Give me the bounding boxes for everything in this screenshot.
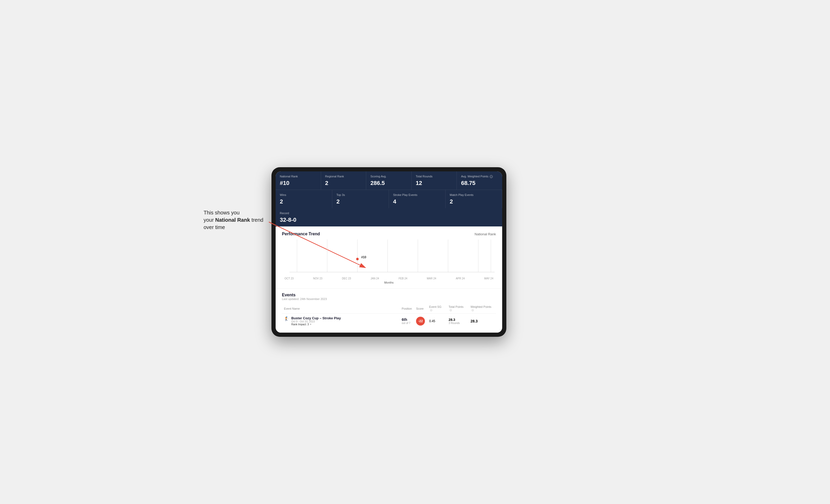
stat-record: Record 32-8-0 xyxy=(276,208,332,227)
x-label-may24: MAY 24 xyxy=(484,277,493,280)
x-label-oct23: OCT 23 xyxy=(285,277,294,280)
stat-record-value: 32-8-0 xyxy=(280,216,328,223)
event-icon: 🏌 xyxy=(284,316,289,321)
chart-header: Performance Trend National Rank xyxy=(282,232,496,236)
stat-scoring-avg-label: Scoring Avg. xyxy=(371,174,407,178)
stat-stroke-play-value: 4 xyxy=(393,198,441,205)
stat-top3s-label: Top 3s xyxy=(337,193,384,197)
event-score-cell: -22 xyxy=(414,313,427,329)
table-row: 🏌 Buster Cozy Cup – Stroke Play Oct 9 - … xyxy=(282,313,496,329)
event-position-sub: out of 7 xyxy=(402,322,412,325)
stat-scoring-avg: Scoring Avg. 286.5 xyxy=(366,171,412,190)
weighted-points-info-icon[interactable]: ⓘ xyxy=(471,309,474,312)
stat-avg-weighted-label: Avg. Weighted Points ⓘ xyxy=(461,174,498,178)
stat-match-play-label: Match Play Events xyxy=(450,193,498,197)
stat-avg-weighted-value: 68.75 xyxy=(461,180,498,187)
col-total-points: Total Points ⓘ xyxy=(447,304,469,313)
chart-subtitle: National Rank xyxy=(475,232,496,236)
x-label-dec23: DEC 23 xyxy=(342,277,351,280)
stat-record-label: Record xyxy=(280,211,328,215)
stat-total-rounds-label: Total Rounds xyxy=(416,174,453,178)
chart-x-labels: OCT 23 NOV 23 DEC 23 JAN 24 FEB 24 MAR 2… xyxy=(282,277,496,280)
events-section: Events Last updated: 24th November 2023 … xyxy=(276,288,502,333)
chart-x-axis-title: Months xyxy=(282,281,496,284)
event-position-cell: 6th out of 7 xyxy=(400,313,414,329)
stat-top3s-value: 2 xyxy=(337,198,384,205)
annotation-text: This shows you your National Rank trend … xyxy=(203,209,264,231)
chart-title: Performance Trend xyxy=(282,232,320,236)
stats-row-2: Wins 2 Top 3s 2 Stroke Play Events 4 Mat… xyxy=(276,190,502,227)
col-score: Score xyxy=(414,304,427,313)
chart-datapoint xyxy=(356,258,359,260)
stat-avg-weighted: Avg. Weighted Points ⓘ 68.75 xyxy=(457,171,502,190)
x-label-apr24: APR 24 xyxy=(456,277,465,280)
col-event-name: Event Name xyxy=(282,304,400,313)
x-label-jan24: JAN 24 xyxy=(371,277,379,280)
chart-datapoint-label: #10 xyxy=(361,256,366,259)
tablet-screen: National Rank #10 Regional Rank 2 Scorin… xyxy=(276,171,502,333)
col-event-sg: Event SG ⓘ xyxy=(427,304,447,313)
stats-row-1: National Rank #10 Regional Rank 2 Scorin… xyxy=(276,171,502,190)
stat-wins-label: Wins xyxy=(280,193,328,197)
stat-match-play: Match Play Events 2 xyxy=(446,190,502,208)
stat-regional-rank-label: Regional Rank xyxy=(325,174,362,178)
event-weighted-points-cell: 28.3 xyxy=(469,313,496,329)
chevron-down-icon: ▼ xyxy=(310,323,312,326)
event-total-points-cell: 28.3 3 Rounds xyxy=(447,313,469,329)
events-table-header: Event Name Position Score Event SG ⓘ Tot… xyxy=(282,304,496,313)
event-name-cell: 🏌 Buster Cozy Cup – Stroke Play Oct 9 - … xyxy=(282,313,400,329)
stat-national-rank-label: National Rank xyxy=(280,174,317,178)
x-label-feb24: FEB 24 xyxy=(398,277,407,280)
events-last-updated: Last updated: 24th November 2023 xyxy=(282,297,496,301)
event-name: Buster Cozy Cup – Stroke Play xyxy=(291,316,341,320)
event-score-badge: -22 xyxy=(416,317,425,326)
stat-regional-rank: Regional Rank 2 xyxy=(321,171,366,190)
stat-stroke-play: Stroke Play Events 4 xyxy=(389,190,446,208)
scene: This shows you your National Rank trend … xyxy=(272,167,558,337)
event-total-points: 28.3 xyxy=(449,318,467,322)
events-table: Event Name Position Score Event SG ⓘ Tot… xyxy=(282,304,496,329)
x-label-nov23: NOV 23 xyxy=(313,277,323,280)
stat-scoring-avg-value: 286.5 xyxy=(371,180,407,187)
chart-area: #10 xyxy=(282,239,496,276)
avg-weighted-info-icon[interactable]: ⓘ xyxy=(490,175,493,178)
x-label-mar24: MAR 24 xyxy=(427,277,436,280)
rank-impact[interactable]: Rank Impact: 3 ▼ xyxy=(291,323,341,326)
stat-wins: Wins 2 xyxy=(276,190,332,208)
total-points-info-icon[interactable]: ⓘ xyxy=(449,309,452,312)
stat-top3s: Top 3s 2 xyxy=(332,190,389,208)
stat-regional-rank-value: 2 xyxy=(325,180,362,187)
stat-national-rank: National Rank #10 xyxy=(276,171,321,190)
stat-stroke-play-label: Stroke Play Events xyxy=(393,193,441,197)
event-rounds: 3 Rounds xyxy=(449,322,467,325)
event-position: 6th xyxy=(402,317,412,322)
chart-section: Performance Trend National Rank xyxy=(276,227,502,288)
event-sg-info-icon[interactable]: ⓘ xyxy=(429,309,433,312)
chart-svg: #10 xyxy=(282,239,496,276)
col-weighted-points: Weighted Points ⓘ xyxy=(469,304,496,313)
stat-total-rounds-value: 12 xyxy=(416,180,453,187)
stat-national-rank-value: #10 xyxy=(280,180,317,187)
stat-wins-value: 2 xyxy=(280,198,328,205)
col-position: Position xyxy=(400,304,414,313)
tablet-device: National Rank #10 Regional Rank 2 Scorin… xyxy=(272,167,506,337)
stat-match-play-value: 2 xyxy=(450,198,498,205)
rank-impact-label: Rank Impact: 3 xyxy=(291,323,309,326)
event-sg-cell: 0.45 xyxy=(427,313,447,329)
events-title: Events xyxy=(282,293,496,297)
event-dates: Oct 9 - Oct 10, 2023 xyxy=(291,320,341,323)
stat-total-rounds: Total Rounds 12 xyxy=(412,171,457,190)
event-weighted-points: 28.3 xyxy=(471,319,478,323)
